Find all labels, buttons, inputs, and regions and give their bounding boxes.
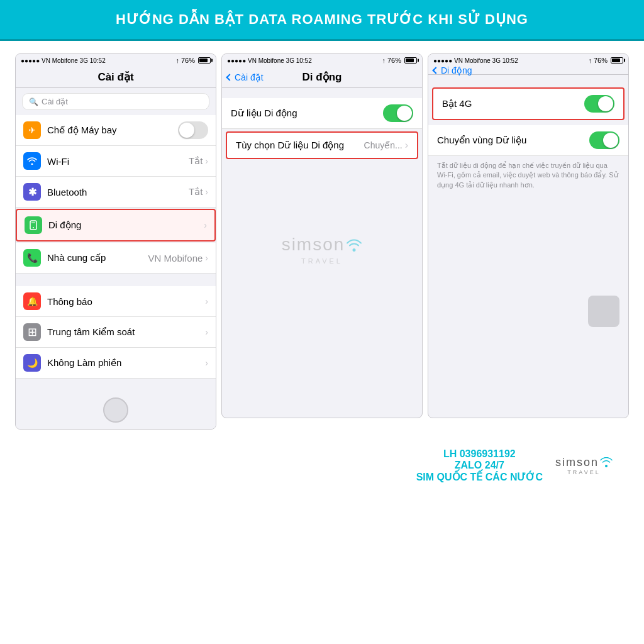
carrier-value: VN Mobifone [148, 253, 203, 264]
footer: LH 0396931192 ZALO 24/7 SIM QUỐC TẾ CÁC … [13, 442, 631, 489]
control-icon: ⊞ [23, 323, 41, 341]
watermark-area: simson TRAVEL [222, 162, 422, 338]
nav-title-2: Di động [303, 70, 342, 84]
simson-logo-2: simson [282, 235, 363, 255]
wifi-logo-2 [346, 238, 362, 252]
phone-3: ●●●●● VN Mobifone 3G 10:52 ↑ 76% Di động [428, 53, 629, 430]
search-input-mock-1[interactable]: 🔍 Cài đặt [22, 93, 209, 110]
airplane-toggle[interactable] [178, 121, 208, 139]
bluetooth-label: Bluetooth [47, 187, 189, 197]
chuyen-vung-item[interactable]: Chuyển vùng Dữ liệu [428, 125, 628, 156]
notifications-icon: 🔔 [23, 292, 41, 310]
settings-item-dnd[interactable]: 🌙 Không Làm phiền › [16, 348, 216, 379]
settings-item-carrier[interactable]: 📞 Nhà cung cấp VN Mobifone › [16, 243, 216, 274]
battery-icon-1 [198, 57, 211, 64]
phone-1: ●●●●● VN Mobifone 3G 10:52 ↑ 76% Cài đặt… [15, 53, 216, 430]
battery-icon-3 [611, 57, 623, 64]
watermark: simson TRAVEL [282, 235, 363, 265]
home-button-container-1 [16, 391, 216, 429]
carrier-icon: 📞 [23, 249, 41, 267]
status-bar-1: ●●●●● VN Mobifone 3G 10:52 ↑ 76% [16, 54, 216, 67]
search-icon-1: 🔍 [29, 97, 38, 106]
home-button-area-3 [428, 195, 628, 333]
carrier-chevron: › [205, 253, 208, 263]
airplane-label: Chế độ Máy bay [47, 125, 178, 136]
nav-back-label-2: Cài đặt [235, 72, 264, 82]
dnd-icon: 🌙 [23, 354, 41, 372]
di-dong-chevron: › [204, 220, 207, 230]
settings-item-airplane[interactable]: ✈ Chế độ Máy bay [16, 115, 216, 146]
airplane-icon: ✈ [23, 121, 41, 139]
footer-phone: LH 0396931192 [416, 448, 543, 460]
control-label: Trung tâm Kiểm soát [47, 326, 205, 338]
bluetooth-icon: ✱ [23, 183, 41, 201]
settings-item-bluetooth[interactable]: ✱ Bluetooth Tắt › [16, 177, 216, 208]
chuyen-vung-toggle[interactable] [589, 131, 619, 149]
nav-back-2[interactable]: Cài đặt [227, 72, 264, 82]
nav-bar-3: Di động [428, 67, 628, 75]
status-icons-2: ↑ 76% [382, 57, 417, 64]
phone-screen-2: ●●●●● VN Mobifone 3G 10:52 ↑ 76% Cài đặt… [221, 53, 423, 418]
footer-travel: TRAVEL [567, 469, 600, 475]
header-title: HƯỚNG DẪN BẬT DATA ROAMING TRƯỚC KHI SỬ … [116, 11, 528, 27]
settings-item-notifications[interactable]: 🔔 Thông báo › [16, 286, 216, 317]
nav-back-3[interactable]: Di động [433, 65, 472, 75]
header-banner: HƯỚNG DẪN BẬT DATA ROAMING TRƯỚC KHI SỬ … [0, 0, 644, 41]
chuyen-vung-label: Chuyển vùng Dữ liệu [437, 135, 589, 146]
phone-screen-1: ●●●●● VN Mobifone 3G 10:52 ↑ 76% Cài đặt… [15, 53, 216, 430]
nav-title-1: Cài đặt [97, 70, 133, 84]
back-chevron-2 [226, 74, 233, 80]
settings-section-1: ✈ Chế độ Máy bay Wi-Fi [16, 115, 216, 274]
settings-item-control[interactable]: ⊞ Trung tâm Kiểm soát › [16, 317, 216, 348]
search-bar-1[interactable]: 🔍 Cài đặt [16, 88, 216, 115]
signal-text-3: ↑ 76% [588, 57, 608, 64]
bat-4g-toggle[interactable] [584, 95, 614, 113]
wifi-value: Tắt [189, 155, 203, 167]
carrier-3: ●●●●● VN Mobifone 3G 10:52 [433, 57, 518, 64]
dnd-label: Không Làm phiền [47, 357, 205, 369]
footer-contact: LH 0396931192 ZALO 24/7 SIM QUỐC TẾ CÁC … [416, 448, 543, 483]
battery-icon-2 [404, 57, 417, 64]
footer-wifi-icon [600, 457, 613, 467]
tuy-chon-value: Chuyển... [364, 140, 402, 150]
nav-bar-2: Cài đặt Di động [222, 67, 422, 88]
footer-zalo: ZALO 24/7 [416, 460, 543, 471]
home-button-1[interactable] [103, 397, 128, 423]
footer-sim: SIM QUỐC TẾ CÁC NƯỚC [416, 471, 543, 483]
nav-bar-1: Cài đặt [16, 67, 216, 88]
bat-4g-item[interactable]: Bật 4G [432, 87, 625, 120]
di-dong-items: Dữ liệu Di động Tùy chọn Dữ liệu Di động… [222, 88, 422, 159]
simson-text-2: simson [282, 235, 345, 255]
signal-text-1: ↑ 76% [175, 57, 195, 64]
tuy-chon-chevron: › [405, 140, 408, 151]
wifi-label: Wi-Fi [47, 156, 189, 167]
phones-row: ●●●●● VN Mobifone 3G 10:52 ↑ 76% Cài đặt… [13, 53, 631, 430]
footer-brand: simson [555, 456, 599, 469]
carrier-2: ●●●●● VN Mobifone 3G 10:52 [227, 57, 312, 64]
settings-item-di-dong[interactable]: Di động › [16, 209, 216, 242]
bat-4g-label: Bật 4G [442, 98, 584, 109]
du-lieu-label: Dữ liệu Di động [231, 108, 383, 119]
tuy-chon-label: Tùy chọn Dữ liệu Di động [236, 140, 364, 151]
detail-items: Bật 4G Chuyển vùng Dữ liệu Tắt dữ liệu d… [428, 75, 628, 195]
du-lieu-toggle[interactable] [383, 104, 413, 122]
wifi-icon [23, 152, 41, 170]
di-dong-label: Di động [48, 219, 204, 231]
settings-section-2: 🔔 Thông báo › ⊞ Trung tâm Kiểm soát › 🌙 … [16, 286, 216, 379]
settings-item-wifi[interactable]: Wi-Fi Tắt › [16, 146, 216, 177]
status-icons-3: ↑ 76% [588, 57, 623, 64]
wifi-chevron: › [205, 156, 208, 166]
du-lieu-di-dong-item[interactable]: Dữ liệu Di động [222, 98, 422, 129]
footer-logo-group: simson [555, 456, 613, 469]
home-button-3[interactable] [588, 296, 619, 327]
bluetooth-chevron: › [205, 187, 208, 197]
tuy-chon-item[interactable]: Tùy chọn Dữ liệu Di động Chuyển... › [226, 131, 418, 159]
carrier-label: Nhà cung cấp [47, 252, 148, 264]
detail-description: Tắt dữ liệu di động để hạn chế việc truy… [428, 156, 628, 195]
signal-text-2: ↑ 76% [382, 57, 401, 64]
search-placeholder-1: Cài đặt [42, 97, 68, 106]
notifications-label: Thông báo [47, 296, 205, 307]
travel-text-2: TRAVEL [301, 257, 343, 265]
svg-point-1 [33, 227, 34, 228]
back-chevron-3 [432, 67, 439, 74]
